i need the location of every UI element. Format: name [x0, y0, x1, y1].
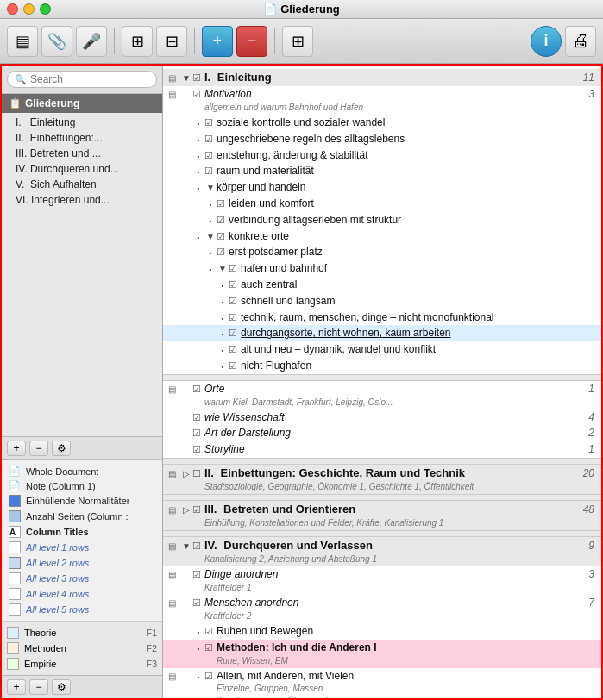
style-level4[interactable]: All level 4 rows [2, 586, 162, 602]
style-whole-document[interactable]: 📄 Whole Document [2, 464, 162, 478]
sidebar-settings-button[interactable]: ⚙ [52, 441, 71, 456]
row-wissenschaft[interactable]: ☑ wie Wissenschaft 4 [163, 409, 601, 426]
cb-soziale[interactable]: ☑ [204, 117, 217, 128]
row-allein[interactable]: ▤ • ☑ Allein, mit Anderen, mit Vielen Ei… [163, 668, 601, 698]
row-auch[interactable]: • ☑ auch zentral [163, 277, 601, 293]
section-III-header[interactable]: ▤ ▷ ☑ III. Betreten und Orientieren Einh… [163, 501, 601, 530]
style-level3[interactable]: All level 3 rows [2, 571, 162, 586]
close-button[interactable] [7, 3, 18, 15]
sidebar-bottom-add[interactable]: + [7, 679, 26, 695]
search-wrapper[interactable]: 🔍 [7, 71, 157, 88]
cb-menschen[interactable]: ☑ [192, 597, 204, 609]
info-button[interactable]: i [531, 26, 562, 57]
attach-button[interactable]: 📎 [41, 26, 72, 57]
cb-dinge[interactable]: ☑ [192, 569, 204, 580]
cb-schnell[interactable]: ☑ [229, 296, 241, 307]
expand-button[interactable]: ⊞ [282, 26, 313, 57]
style-level5[interactable]: All level 5 rows [2, 602, 162, 617]
cb-wissenschaft[interactable]: ☑ [192, 412, 204, 423]
search-input[interactable] [30, 73, 160, 85]
cb-ungeschriebene[interactable]: ☑ [204, 134, 217, 145]
style-level1[interactable]: All level 1 rows [2, 540, 162, 555]
cb-verbindung[interactable]: ☑ [217, 215, 229, 226]
cb-erst[interactable]: ☑ [217, 247, 229, 258]
cb-raum[interactable]: ☑ [204, 166, 217, 177]
cb-storyline[interactable]: ☑ [192, 444, 204, 455]
style-einhuellende[interactable]: Einhüllende Normalitäter [2, 493, 162, 509]
cb-auch[interactable]: ☑ [229, 279, 241, 291]
sidebar-bottom-settings[interactable]: ⚙ [52, 679, 71, 695]
minimize-button[interactable] [23, 3, 35, 15]
cb-allein[interactable]: ☑ [204, 671, 217, 682]
main-content[interactable]: ▤ ▼ ☑ I. Einleitung 11 ▤ ☑ Motivation al… [163, 66, 601, 698]
row-koerper[interactable]: • ▼ körper und handeln [163, 179, 601, 196]
row-dinge[interactable]: ▤ ☑ Dinge anordnen Kraftfelder 1 3 [163, 566, 601, 595]
print-button[interactable]: 🖨 [565, 26, 596, 57]
add-button[interactable]: + [202, 26, 233, 57]
cb-technik[interactable]: ☑ [229, 312, 241, 323]
view-button[interactable]: ▤ [7, 26, 38, 57]
checkbox-motivation[interactable]: ☑ [192, 89, 204, 100]
cb-methoden[interactable]: ☑ [204, 642, 217, 653]
cb-leiden[interactable]: ☑ [217, 198, 229, 209]
row-konkrete[interactable]: • ▼ ☑ konkrete orte [163, 228, 601, 245]
sidebar-add-button[interactable]: + [7, 441, 26, 456]
sidebar-remove-button[interactable]: − [29, 441, 48, 456]
row-motivation[interactable]: ▤ ☑ Motivation allgemein und warum Bahnh… [163, 86, 601, 115]
row-durchgangsorte[interactable]: • ☑ durchgangsorte, nicht wohnen, kaum a… [163, 325, 601, 341]
section-IV-header[interactable]: ▤ ▼ ☑ IV. Durchqueren und Verlassen Kana… [163, 537, 601, 566]
section-I-toggle[interactable]: ▼ [180, 73, 192, 83]
cb-entstehung[interactable]: ☑ [204, 150, 217, 161]
row-raum[interactable]: • ☑ raum und materialität [163, 163, 601, 179]
cb-III[interactable]: ☑ [192, 504, 204, 516]
sidebar-item-4[interactable]: V. Sich Aufhalten [2, 177, 162, 192]
sidebar-item-0[interactable]: I. Einleitung [2, 115, 162, 130]
row-technik[interactable]: • ☑ technik, raum, menschen, dinge – nic… [163, 309, 601, 326]
row-hafen[interactable]: • ▼ ☑ hafen und bahnhof [163, 260, 601, 277]
toggle-koerper[interactable]: ▼ [204, 183, 217, 192]
toggle-konkrete[interactable]: ▼ [204, 232, 217, 241]
row-soziale[interactable]: • ☑ soziale kontrolle und sozialer wande… [163, 115, 601, 131]
sidebar-item-2[interactable]: III. Betreten und ... [2, 146, 162, 161]
style-level2[interactable]: All level 2 rows [2, 555, 162, 571]
maximize-button[interactable] [40, 3, 51, 15]
grid-button-2[interactable]: ⊟ [156, 26, 187, 57]
grid-button-1[interactable]: ⊞ [122, 26, 153, 57]
cb-darstellung[interactable]: ☑ [192, 428, 204, 439]
toggle-II[interactable]: ▷ [180, 469, 192, 478]
cb-orte[interactable]: ☑ [192, 384, 204, 395]
cb-alt[interactable]: ☑ [229, 344, 241, 355]
cb-konkrete[interactable]: ☑ [217, 231, 229, 242]
sidebar-item-3[interactable]: IV. Durchqueren und... [2, 161, 162, 177]
row-alt[interactable]: • ☑ alt und neu – dynamik, wandel und ko… [163, 341, 601, 358]
row-ruhen[interactable]: • ☑ Ruhen und Bewegen [163, 623, 601, 640]
section-II-header[interactable]: ▤ ▷ ☐ II. Einbettungen: Geschichte, Raum… [163, 465, 601, 494]
mic-button[interactable]: 🎤 [76, 26, 107, 57]
row-erst[interactable]: • ☑ erst potsdamer platz [163, 244, 601, 260]
toggle-hafen[interactable]: ▼ [217, 264, 229, 273]
row-leiden[interactable]: • ☑ leiden und komfort [163, 196, 601, 212]
toggle-IV[interactable]: ▼ [180, 541, 192, 551]
row-schnell[interactable]: • ☑ schnell und langsam [163, 293, 601, 309]
cb-II[interactable]: ☐ [192, 468, 204, 479]
cb-hafen[interactable]: ☑ [229, 263, 241, 274]
toggle-III[interactable]: ▷ [180, 505, 192, 515]
cb-nf[interactable]: ☑ [229, 360, 241, 372]
section-I-checkbox[interactable]: ☑ [192, 72, 204, 84]
sidebar-item-1[interactable]: II. Einbettungen:... [2, 130, 162, 146]
row-orte[interactable]: ▤ ☑ Orte warum Kiel, Darmstadt, Frankfur… [163, 381, 601, 409]
style-anzahl[interactable]: Anzahl Seiten (Column : [2, 509, 162, 524]
row-methoden[interactable]: • ☑ Methoden: Ich und die Anderen I Ruhe… [163, 640, 601, 668]
row-storyline[interactable]: ☑ Storyline 1 [163, 441, 601, 458]
row-menschen[interactable]: ▤ ☑ Menschen anordnen Kraftfelder 2 7 [163, 595, 601, 623]
cb-durchgang[interactable]: ☑ [229, 328, 241, 339]
row-ungeschriebene[interactable]: • ☑ ungeschriebene regeln des alltagsleb… [163, 131, 601, 147]
remove-button[interactable]: − [236, 26, 267, 57]
section-I-header[interactable]: ▤ ▼ ☑ I. Einleitung 11 [163, 69, 601, 86]
cb-IV[interactable]: ☑ [192, 541, 204, 552]
style-column-titles[interactable]: A Column Titles [2, 524, 162, 540]
row-entstehung[interactable]: • ☑ entstehung, änderung & stabilität [163, 147, 601, 164]
style-note[interactable]: 📄 Note (Column 1) [2, 478, 162, 493]
row-nicht-flughafen[interactable]: • ☑ nicht Flughafen [163, 358, 601, 374]
row-verbindung[interactable]: • ☑ verbindung alltagserleben mit strukt… [163, 212, 601, 228]
